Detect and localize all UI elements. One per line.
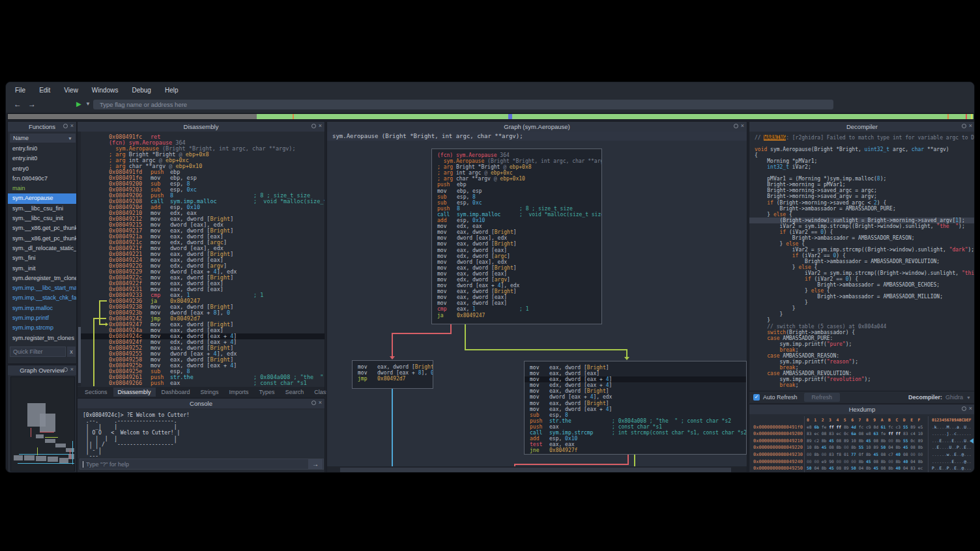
decompiler-line[interactable]: Bright->morning->saved_argc = argc; xyxy=(755,188,975,193)
disassembly-scrollbar[interactable] xyxy=(78,132,81,386)
graph-node-line[interactable]: moveax, dword [Bright] xyxy=(437,229,601,235)
play-dropdown-chevron-icon[interactable]: ▼ xyxy=(85,101,91,107)
graph-overview-minimap[interactable] xyxy=(10,376,75,472)
graph-node-line[interactable]: ; arg int argc @ ebp+0xc xyxy=(437,170,601,176)
menu-item-file[interactable]: File xyxy=(15,87,25,94)
decompiler-line[interactable]: } xyxy=(755,317,975,323)
decompiler-line[interactable]: Bright->morning->saved_argv = argv; xyxy=(755,193,975,199)
decompiler-line[interactable]: switch(Bright->ambassador) { xyxy=(755,330,975,335)
function-item[interactable]: sym.imp.__libc_start_main xyxy=(8,283,76,293)
graph-node-line[interactable]: pushebp xyxy=(437,182,601,188)
function-item[interactable]: entry0 xyxy=(8,164,76,174)
decompiler-line[interactable]: } else { xyxy=(755,288,975,294)
decompiler-line[interactable] xyxy=(755,141,975,147)
menu-item-view[interactable]: View xyxy=(64,87,78,94)
forward-icon[interactable]: → xyxy=(28,100,36,109)
auto-refresh-checkbox[interactable]: ✓ xyxy=(753,394,760,401)
decompiler-line[interactable]: Bright->morning = pMVar1; xyxy=(755,182,975,188)
function-item[interactable]: sym.imp.strcmp xyxy=(8,323,76,333)
decompiler-line[interactable]: Bright->ambassador = AMBASSADOR_ECHOES; xyxy=(755,282,975,288)
graph-node-line[interactable]: moveax, dword [Bright] xyxy=(530,365,746,371)
decompiler-line[interactable]: { xyxy=(755,152,975,158)
hex-row[interactable]: 0x00000000080491f0e8 6b fe ff ff 8b 4d f… xyxy=(749,424,975,431)
graph-node-line[interactable]: movdword [eax], edx xyxy=(437,235,601,241)
decompiler-line[interactable]: break; xyxy=(755,365,975,371)
graph-node-line[interactable]: moveax, dword [Bright] xyxy=(358,364,433,370)
menu-item-debug[interactable]: Debug xyxy=(132,87,151,94)
graph-node-line[interactable]: (fcn) sym.Aeropause 364 xyxy=(437,152,601,158)
function-item[interactable]: sym.deregister_tm_clones xyxy=(8,274,76,283)
graph-node-true-branch[interactable]: moveax, dword [Bright]moveax, dword [eax… xyxy=(524,361,747,455)
decompiler-line[interactable]: Bright->ambassador = AMBASSADOR_PURE; xyxy=(755,206,975,212)
function-item[interactable]: entry.fini0 xyxy=(8,144,76,154)
decompiler-line[interactable]: } xyxy=(755,300,975,305)
graph-node-entry[interactable]: (fcn) sym.Aeropause 364 sym.Aeropause (B… xyxy=(431,148,602,324)
tab-strings[interactable]: Strings xyxy=(196,388,223,397)
graph-node-line[interactable]: push8; 8 ; size_t size xyxy=(437,206,601,212)
function-item[interactable]: main xyxy=(8,184,76,193)
hex-row[interactable]: 0x000000000804925050 04 8b 45 08 89 50 0… xyxy=(749,465,975,472)
decompiler-line[interactable]: Bright->ambassador = AMBASSADOR_REASON; xyxy=(755,235,975,241)
refresh-button[interactable]: Refresh xyxy=(804,393,841,402)
function-item[interactable]: sym._init xyxy=(8,264,76,274)
gear-icon[interactable] xyxy=(63,124,68,128)
decompiler-line[interactable]: Bright->ambassador = AMBASSADOR_MILLION; xyxy=(755,294,975,300)
graph-node-line[interactable]: moveax, dword [eax] xyxy=(530,371,746,376)
decompiler-line[interactable]: if (Bright->morning->saved_argc < 2) { xyxy=(755,200,975,206)
decompiler-line[interactable]: void sym.Aeropause(Bright *Bright, uint3… xyxy=(755,147,975,152)
decompiler-line[interactable]: break; xyxy=(755,347,975,353)
graph-node-line[interactable]: moveax, dword [Bright] xyxy=(530,401,746,406)
decompiler-line[interactable]: if (iVar2 == 0) { xyxy=(755,229,975,235)
decompiler-line[interactable]: Morning *pMVar1; xyxy=(755,158,975,164)
decompiler-line[interactable]: pMVar1 = (Morning *)sym.imp.malloc(8); xyxy=(755,176,975,182)
graph-node-line[interactable]: subesp, 8 xyxy=(530,412,746,418)
graph-node-line[interactable]: jne0x804927f xyxy=(530,447,746,453)
close-icon[interactable]: × xyxy=(969,406,972,411)
hex-row[interactable]: 0x000000000804924000 00 e9 90 00 00 00 8… xyxy=(749,459,975,466)
decompiler-line[interactable]: } xyxy=(755,305,975,311)
graph-node-line[interactable]: subesp, 0xc xyxy=(437,200,601,206)
graph-node-line[interactable]: moveax, dword [Bright] xyxy=(437,241,601,247)
decompiler-line[interactable]: case AMBASSADOR_PURE: xyxy=(755,335,975,341)
decompiler-engine-select[interactable]: Ghidra xyxy=(945,394,963,401)
graph-node-line[interactable]: movedx, dword [argv] xyxy=(437,277,601,283)
close-icon[interactable]: × xyxy=(70,124,74,128)
graph-node-line[interactable]: moveax, dword [Bright] xyxy=(437,265,601,271)
graph-node-line[interactable]: ja0x8049247 xyxy=(437,313,601,318)
graph-node-line[interactable]: moveax, dword [eax] xyxy=(437,294,601,300)
decompiler-line[interactable]: case AMBASSADOR_REVOLUTION: xyxy=(755,371,975,376)
decompiler-line[interactable]: sym.imp.printf("pure"); xyxy=(755,341,975,347)
graph-node-line[interactable]: moveax, dword [eax] xyxy=(437,247,601,253)
graph-node-line[interactable]: moveax, dword [Bright] xyxy=(530,388,746,394)
decompiler-line[interactable]: } xyxy=(755,311,975,317)
menu-item-windows[interactable]: Windows xyxy=(92,87,119,94)
decompiler-line[interactable]: Bright->ambassador = AMBASSADOR_REVOLUTI… xyxy=(755,259,975,264)
close-icon[interactable]: × xyxy=(319,401,322,405)
menu-item-edit[interactable]: Edit xyxy=(39,87,50,94)
functions-column-header[interactable]: Name ▼ xyxy=(10,134,76,143)
graph-node-line[interactable]: callsym.imp.malloc; void *malloc(size_t … xyxy=(437,212,601,218)
graph-node-line[interactable]: sym.Aeropause (Bright *Bright, int argc,… xyxy=(437,158,601,164)
graph-node-line[interactable]: movdword [eax + 8], 0 xyxy=(358,370,433,376)
close-icon[interactable]: × xyxy=(70,367,74,372)
graph-node-line[interactable]: pushstr.the; 0x804a008 ; "the " ; const … xyxy=(530,418,746,424)
debug-play-icon[interactable]: ▶ xyxy=(76,100,81,107)
gear-icon[interactable] xyxy=(63,367,68,372)
quick-filter-input[interactable] xyxy=(10,346,66,357)
graph-node-line[interactable]: moveax, dword [Bright] xyxy=(437,289,601,294)
graph-node-line[interactable]: moveax, dword [eax + 4] xyxy=(530,406,746,412)
graph-node-line[interactable]: moveax, dword [eax] xyxy=(437,271,601,277)
console-send-button[interactable]: → xyxy=(308,459,323,469)
hex-row[interactable]: 0x000000000804923000 8b 00 83 f8 01 77 0… xyxy=(749,451,975,459)
function-item[interactable]: sym.__libc_csu_init xyxy=(8,214,76,223)
graph-node-line[interactable]: movdword [eax + 4], edx xyxy=(530,394,746,400)
graph-node-line[interactable]: ; arg char **argv @ ebp+0x10 xyxy=(437,176,601,182)
graph-node-line[interactable]: subesp, 8 xyxy=(437,194,601,200)
decompiler-line[interactable] xyxy=(755,170,975,176)
decompiler-line[interactable]: break; xyxy=(755,382,975,388)
seek-input[interactable] xyxy=(93,100,833,109)
decompiler-line[interactable]: // switch table (5 cases) at 0x804a044 xyxy=(755,324,975,330)
graph-node-line[interactable]: cmpeax, 1; 1 xyxy=(437,306,601,312)
tab-disassembly[interactable]: Disassembly xyxy=(113,388,156,397)
graph-node-line[interactable]: movdword [eax + 4], edx xyxy=(437,283,601,289)
